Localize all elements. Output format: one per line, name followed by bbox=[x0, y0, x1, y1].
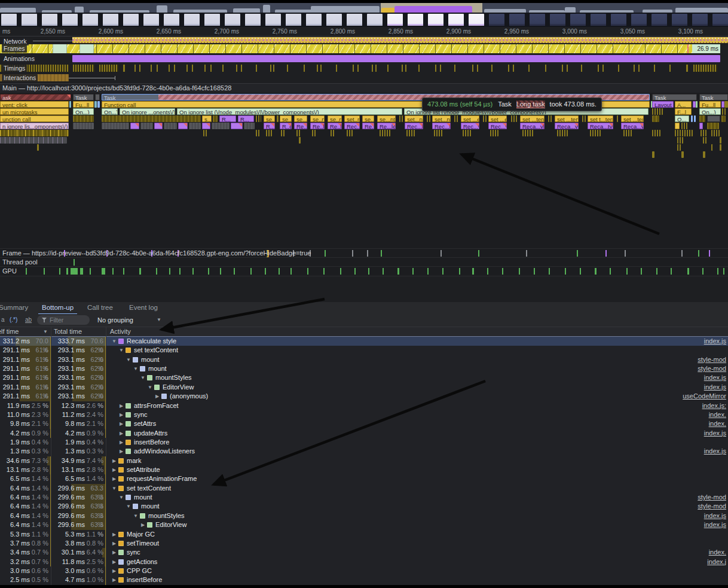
flame-block[interactable]: On...) bbox=[73, 108, 94, 115]
flame-block[interactable] bbox=[202, 123, 210, 129]
track-interactions[interactable]: Interactions bbox=[0, 73, 728, 83]
flame-block[interactable]: Rec...yle bbox=[461, 123, 479, 129]
flame-block[interactable]: se..t bbox=[362, 115, 374, 122]
filmstrip-thumbnail[interactable] bbox=[62, 14, 78, 26]
filmstrip-thumbnail[interactable] bbox=[1, 14, 17, 26]
expand-icon[interactable]: ▶ bbox=[111, 548, 117, 557]
flame-block[interactable]: R...e bbox=[264, 123, 275, 129]
expand-icon[interactable]: ▶ bbox=[140, 520, 146, 529]
filmstrip-thumbnail[interactable] bbox=[408, 14, 423, 26]
filmstrip-thumbnail[interactable] bbox=[550, 14, 565, 26]
table-row[interactable]: 1.3 ms0.3 %1.3 ms0.3 %▶addWindowListener… bbox=[0, 447, 728, 456]
table-row[interactable]: 6.5 ms1.4 %6.5 ms1.4 %▶requestAnimationF… bbox=[0, 474, 728, 483]
activity-label[interactable]: Major GC bbox=[127, 530, 155, 539]
tab-summary[interactable]: Summary bbox=[0, 302, 32, 313]
table-row[interactable]: 291.1 ms61.6 %293.1 ms62.0 %▼mountstyle-… bbox=[0, 355, 728, 364]
flame-block[interactable]: se..nt bbox=[310, 115, 325, 122]
table-row[interactable]: 6.4 ms1.4 %299.6 ms63.3 %▼mountStylesind… bbox=[0, 511, 728, 520]
source-link[interactable]: useCodeMirror bbox=[683, 392, 726, 401]
source-link[interactable]: style-mod bbox=[698, 355, 726, 364]
collapse-icon[interactable]: ▼ bbox=[140, 373, 146, 382]
source-link[interactable]: index.j bbox=[707, 557, 726, 566]
activity-label[interactable]: setAttrs bbox=[134, 419, 156, 428]
flame-block[interactable] bbox=[511, 115, 517, 122]
source-link[interactable]: index.js bbox=[704, 337, 726, 346]
flame-block[interactable] bbox=[701, 130, 706, 136]
frame-duration-badge[interactable]: 26.9 ms bbox=[692, 44, 720, 53]
source-link[interactable]: index.js bbox=[704, 520, 726, 529]
source-link[interactable]: style-mod bbox=[698, 364, 726, 373]
activity-label[interactable]: attrsFromFacet bbox=[134, 401, 179, 410]
flame-block[interactable] bbox=[652, 151, 654, 158]
expand-icon[interactable]: ▶ bbox=[111, 530, 117, 539]
flame-block[interactable]: On...) bbox=[699, 108, 721, 115]
flame-block[interactable]: n ignore lis...omponents\/) bbox=[0, 123, 69, 129]
flame-block[interactable]: Task bbox=[699, 94, 728, 100]
flame-block[interactable] bbox=[231, 123, 243, 129]
frames-hatched-bar[interactable] bbox=[0, 44, 720, 53]
flame-block[interactable]: se...t bbox=[264, 115, 275, 122]
table-row[interactable]: 291.1 ms61.6 %293.1 ms62.0 %▼EditorViewi… bbox=[0, 383, 728, 392]
flame-block[interactable]: set ...ent bbox=[461, 115, 479, 122]
column-total-time[interactable]: Total time bbox=[54, 327, 82, 336]
network-activity-bar[interactable] bbox=[72, 37, 728, 43]
table-row[interactable]: 291.1 ms61.6 %293.1 ms62.0 %▼mountstyle-… bbox=[0, 364, 728, 373]
expand-icon[interactable]: ▶ bbox=[111, 474, 117, 483]
flame-block[interactable] bbox=[724, 101, 728, 108]
flame-block[interactable] bbox=[203, 130, 208, 136]
flame-block[interactable]: Re...le bbox=[377, 123, 396, 129]
source-link[interactable]: style-mod bbox=[698, 502, 726, 511]
flame-block[interactable]: se..nt bbox=[328, 115, 342, 122]
filmstrip-thumbnail[interactable] bbox=[347, 14, 362, 26]
flame-block[interactable]: se...nt bbox=[377, 115, 396, 122]
activity-label[interactable]: EditorView bbox=[163, 383, 194, 392]
activity-label[interactable]: insertBefore bbox=[134, 438, 169, 447]
filmstrip-thumbnail[interactable] bbox=[387, 14, 403, 26]
flame-block[interactable]: Task bbox=[73, 94, 94, 100]
expand-icon[interactable]: ▶ bbox=[118, 401, 124, 410]
frame-idle-block[interactable] bbox=[53, 44, 67, 53]
overview-filmstrip[interactable] bbox=[0, 13, 728, 27]
flame-block[interactable] bbox=[699, 123, 703, 129]
activity-label[interactable]: mount bbox=[148, 364, 167, 373]
table-row[interactable]: 3.0 ms0.6 %3.0 ms0.6 %▶CPP GC bbox=[0, 566, 728, 575]
tab-call-tree[interactable]: Call tree bbox=[84, 302, 117, 313]
activity-label[interactable]: mount bbox=[141, 502, 160, 511]
activity-label[interactable]: EditorView bbox=[155, 520, 186, 529]
flame-block[interactable]: O... bbox=[675, 115, 689, 122]
filmstrip-thumbnail[interactable] bbox=[469, 14, 484, 26]
expand-icon[interactable]: ▶ bbox=[118, 438, 124, 447]
table-row[interactable]: 11.0 ms2.3 %11.2 ms2.4 %▶syncindex. bbox=[0, 410, 728, 419]
flame-block[interactable]: Re..e bbox=[294, 123, 307, 129]
flame-block[interactable] bbox=[582, 115, 586, 122]
flame-block[interactable] bbox=[652, 130, 660, 136]
flame-block[interactable] bbox=[681, 151, 684, 158]
flame-block[interactable] bbox=[281, 130, 286, 136]
track-frames[interactable]: 26.9 ms Frames bbox=[0, 44, 728, 54]
filmstrip-thumbnail[interactable] bbox=[651, 14, 667, 26]
column-separator[interactable] bbox=[106, 327, 106, 585]
flame-block[interactable] bbox=[347, 130, 353, 136]
flame-block[interactable] bbox=[331, 130, 335, 136]
flame-block[interactable]: set t...tent bbox=[588, 115, 613, 122]
collapse-icon[interactable]: ▼ bbox=[133, 364, 139, 373]
table-row[interactable]: 3.4 ms0.7 %30.1 ms6.4 %▶syncindex. bbox=[0, 548, 728, 557]
expand-icon[interactable]: ▶ bbox=[118, 419, 124, 428]
filmstrip-thumbnail[interactable] bbox=[326, 14, 342, 26]
flame-block[interactable]: set...nt bbox=[405, 115, 423, 122]
flame-block[interactable]: unction call bbox=[0, 115, 69, 122]
flame-block[interactable] bbox=[427, 115, 430, 122]
sort-arrow-icon[interactable]: ▼ bbox=[43, 327, 48, 336]
flame-block[interactable]: Reca...yle bbox=[621, 123, 644, 129]
expand-icon[interactable]: ▶ bbox=[118, 447, 124, 456]
flame-block[interactable] bbox=[691, 115, 693, 122]
expand-icon[interactable]: ▶ bbox=[118, 429, 124, 438]
tooltip-long-task-link[interactable]: Long task bbox=[516, 100, 545, 108]
track-thread-pool[interactable]: Thread pool bbox=[0, 257, 728, 267]
filmstrip-thumbnail[interactable] bbox=[692, 14, 708, 26]
source-link[interactable]: index. bbox=[709, 419, 726, 428]
expand-icon[interactable]: ▶ bbox=[111, 456, 117, 465]
flame-block[interactable] bbox=[73, 115, 94, 122]
flame-block[interactable]: Reca...yle bbox=[555, 123, 579, 129]
flame-block[interactable]: se..t bbox=[280, 115, 292, 122]
